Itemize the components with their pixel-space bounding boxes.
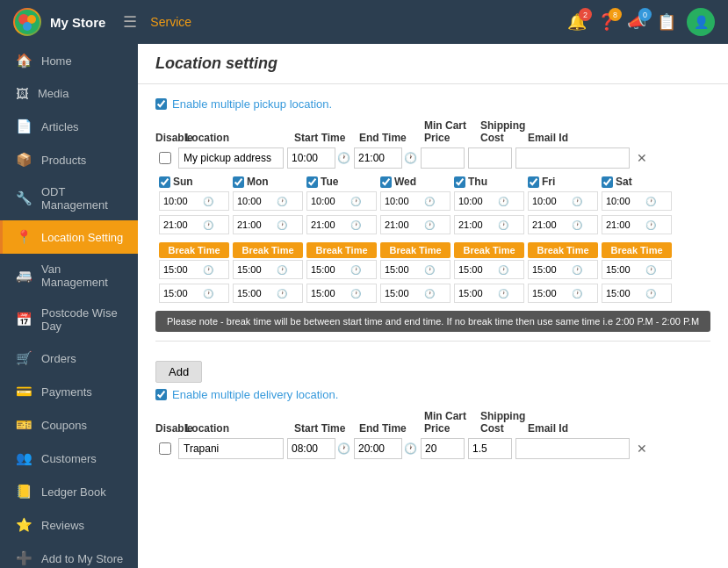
enable-delivery-checkbox[interactable]: [155, 389, 167, 400]
tue-end-clock: 🕐: [350, 220, 361, 230]
sun-break-start-input[interactable]: [163, 264, 203, 275]
pickup-shipping-input[interactable]: [468, 147, 512, 169]
sidebar-item-odt[interactable]: 🔧 ODT Management: [0, 176, 138, 220]
sidebar-item-reviews[interactable]: ⭐ Reviews: [0, 508, 138, 542]
pickup-input-row: 🕐 🕐 ✕: [155, 147, 710, 169]
logo[interactable]: [13, 8, 41, 36]
help-button[interactable]: ❓ 8: [597, 12, 616, 32]
sidebar-item-products[interactable]: 📦 Products: [0, 143, 138, 176]
sidebar-item-media[interactable]: 🖼 Media: [0, 77, 138, 110]
wed-break-end-clock: 🕐: [424, 289, 435, 298]
sidebar-item-payments[interactable]: 💳 Payments: [0, 375, 138, 408]
fri-break-end-clock: 🕐: [572, 289, 582, 298]
sidebar-item-customers[interactable]: 👥 Customers: [0, 442, 138, 475]
day-mon-checkbox[interactable]: [233, 176, 244, 188]
sidebar-item-ledger[interactable]: 📒 Ledger Book: [0, 475, 138, 508]
clipboard-button[interactable]: 📋: [657, 12, 676, 32]
dth-end: End Time: [359, 422, 421, 435]
fri-break-end-input[interactable]: [532, 288, 572, 298]
delivery-shipping-input[interactable]: [468, 438, 512, 459]
day-sun-checkbox[interactable]: [159, 176, 170, 188]
delivery-disable-checkbox[interactable]: [159, 442, 171, 455]
sat-break-end-input[interactable]: [606, 288, 645, 298]
mon-break-start-input[interactable]: [237, 264, 277, 275]
pickup-disable-checkbox[interactable]: [159, 152, 171, 164]
day-thu-checkbox[interactable]: [454, 176, 465, 188]
mon-start-input[interactable]: [237, 196, 277, 206]
delivery-end-input[interactable]: [354, 438, 402, 459]
sat-break-end-col: 🕐: [602, 284, 672, 306]
notifications-button[interactable]: 🔔 2: [567, 12, 587, 32]
sidebar-item-location[interactable]: 📍 Location Setting: [0, 220, 138, 254]
hamburger-icon[interactable]: ☰: [123, 12, 137, 32]
fri-break-start-input[interactable]: [532, 264, 572, 275]
fri-start-input[interactable]: [532, 196, 572, 206]
th-end-time: End Time: [359, 132, 421, 144]
sun-break-end-input[interactable]: [163, 288, 203, 298]
megaphone-badge: 0: [638, 8, 652, 21]
sun-end-input[interactable]: [163, 219, 203, 230]
sat-start-input[interactable]: [606, 196, 645, 206]
sidebar-item-articles[interactable]: 📄 Articles: [0, 110, 138, 143]
tue-end-input[interactable]: [311, 219, 350, 230]
enable-pickup-checkbox[interactable]: [155, 98, 167, 110]
sat-end-input[interactable]: [606, 219, 645, 230]
tue-break-end-clock: 🕐: [350, 289, 361, 298]
thu-break-end-input[interactable]: [458, 288, 498, 298]
pickup-location-input[interactable]: [178, 147, 284, 169]
day-fri-checkbox[interactable]: [528, 176, 539, 188]
day-wed-checkbox[interactable]: [380, 176, 392, 188]
pickup-email-input[interactable]: [515, 147, 630, 169]
delivery-start-input[interactable]: [287, 438, 335, 459]
megaphone-button[interactable]: 📣 0: [627, 12, 646, 32]
pickup-end-input[interactable]: [354, 147, 402, 169]
fri-end-input[interactable]: [532, 219, 572, 230]
pickup-mincart-input[interactable]: [421, 147, 465, 169]
wed-start-input[interactable]: [385, 196, 424, 206]
tue-start-input[interactable]: [311, 196, 350, 206]
day-tue-checkbox[interactable]: [306, 176, 318, 188]
add-pickup-button[interactable]: Add: [155, 361, 202, 383]
sidebar-item-coupons[interactable]: 🎫 Coupons: [0, 408, 138, 442]
delivery-location-input[interactable]: [178, 438, 284, 459]
sidebar-item-home[interactable]: 🏠 Home: [0, 44, 138, 77]
thu-end-input[interactable]: [458, 219, 498, 230]
sun-break-end-cell: 🕐: [159, 284, 229, 303]
day-thu-label: Thu: [468, 176, 487, 188]
tue-break-start-input[interactable]: [311, 264, 350, 275]
sidebar-item-addstore[interactable]: ➕ Add to My Store: [0, 542, 138, 568]
break-mon: Break Time: [233, 242, 303, 258]
day-sat-checkbox[interactable]: [602, 176, 613, 188]
sidebar-item-orders[interactable]: 🛒 Orders: [0, 342, 138, 375]
wed-break-start-cell: 🕐: [380, 260, 450, 279]
mon-end-input[interactable]: [237, 219, 277, 230]
pickup-table-header: Disable Location Start Time End Time Min…: [155, 119, 710, 144]
tue-end-col: 🕐: [306, 215, 377, 237]
pickup-start-input[interactable]: [287, 147, 335, 169]
sun-start-input[interactable]: [163, 196, 203, 206]
wed-start-cell: 🕐: [380, 191, 450, 211]
pickup-delete-button[interactable]: ✕: [637, 151, 647, 165]
header: My Store ☰ Service 🔔 2 ❓ 8 📣 0 📋 👤: [0, 0, 728, 44]
wed-break-end-input[interactable]: [385, 288, 424, 298]
sidebar-item-postcode[interactable]: 📅 Postcode Wise Day: [0, 298, 138, 342]
odt-icon: 🔧: [16, 191, 32, 206]
delivery-mincart-input[interactable]: [421, 438, 465, 459]
mon-break-start-col: 🕐: [233, 260, 303, 282]
delivery-delete-button[interactable]: ✕: [637, 442, 647, 456]
wed-end-input[interactable]: [385, 219, 424, 230]
thu-break-start-input[interactable]: [458, 264, 498, 275]
sat-break-start-input[interactable]: [606, 264, 645, 275]
sidebar-item-van[interactable]: 🚐 Van Management: [0, 254, 138, 298]
th-shipping: ShippingCost: [480, 119, 524, 144]
mon-break-end-col: 🕐: [233, 284, 303, 306]
payments-icon: 💳: [16, 384, 32, 399]
tue-break-end-input[interactable]: [311, 288, 350, 298]
user-avatar[interactable]: 👤: [687, 8, 715, 36]
delivery-email-input[interactable]: [515, 438, 630, 459]
mon-break-end-input[interactable]: [237, 288, 277, 298]
thu-start-input[interactable]: [458, 196, 498, 206]
thu-break-end-cell: 🕐: [454, 284, 524, 303]
wed-break-start-input[interactable]: [385, 264, 424, 275]
clock-icon-4: 🕐: [404, 442, 417, 455]
